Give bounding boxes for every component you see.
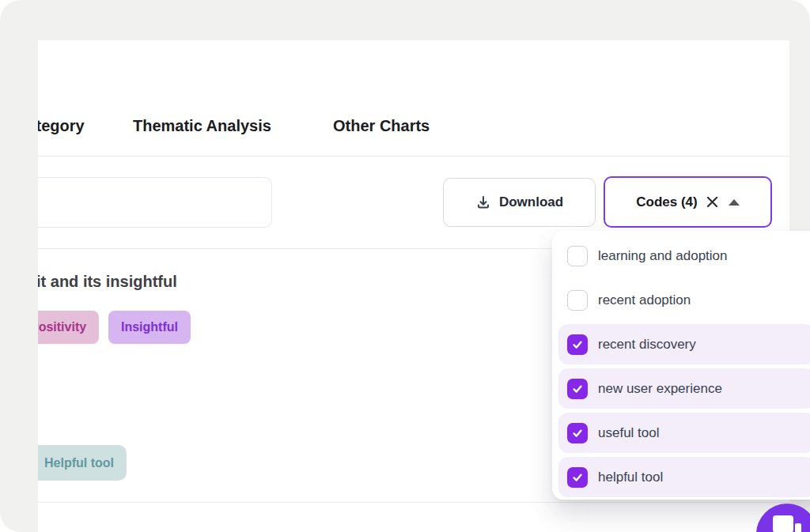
codes-dropdown-menu: learning and adoption recent adoption re… (552, 231, 810, 500)
dropdown-item-label: recent adoption (598, 292, 691, 308)
row-divider (38, 502, 789, 503)
tab-thematic-analysis[interactable]: Thematic Analysis (133, 117, 271, 135)
codes-filter-button[interactable]: Codes (4) (604, 176, 772, 228)
download-label: Download (499, 194, 563, 210)
dropdown-item-useful-tool[interactable]: useful tool (558, 413, 810, 453)
checkbox-checked-icon[interactable] (567, 334, 588, 355)
tag-positivity[interactable]: Positivity (38, 311, 99, 344)
dropdown-item-label: useful tool (598, 425, 660, 441)
dropdown-item-label: helpful tool (598, 470, 663, 485)
checkbox-checked-icon[interactable] (567, 379, 588, 399)
response-text: it and its insightful (38, 273, 177, 291)
checkbox-unchecked-icon[interactable] (567, 290, 588, 311)
codes-filter-label: Codes (4) (636, 194, 697, 210)
dropdown-item-new-user-experience[interactable]: new user experience (558, 368, 810, 409)
search-input[interactable] (38, 177, 272, 228)
tab-other-charts[interactable]: Other Charts (333, 117, 430, 135)
dropdown-item-recent-adoption[interactable]: recent adoption (558, 280, 810, 320)
dropdown-item-learning-and-adoption[interactable]: learning and adoption (558, 236, 810, 276)
checkbox-checked-icon[interactable] (567, 467, 588, 488)
tab-category[interactable]: Category (38, 117, 85, 135)
dropdown-item-recent-discovery[interactable]: recent discovery (558, 324, 810, 364)
dropdown-item-label: recent discovery (598, 337, 696, 353)
dropdown-item-helpful-tool[interactable]: helpful tool (558, 457, 810, 497)
dropdown-item-label: new user experience (598, 381, 722, 397)
tag-helpful-tool[interactable]: Helpful tool (38, 445, 127, 481)
tag-insightful[interactable]: Insightful (108, 311, 191, 344)
dropdown-item-label: learning and adoption (598, 248, 728, 264)
chevron-up-icon[interactable] (729, 199, 740, 206)
checkbox-unchecked-icon[interactable] (567, 246, 588, 266)
close-icon[interactable] (705, 194, 720, 209)
download-icon (475, 194, 491, 210)
download-button[interactable]: Download (443, 178, 596, 227)
app-viewport: Category Thematic Analysis Other Charts … (0, 0, 810, 532)
tabs-divider (38, 156, 789, 157)
checkbox-checked-icon[interactable] (567, 423, 588, 443)
